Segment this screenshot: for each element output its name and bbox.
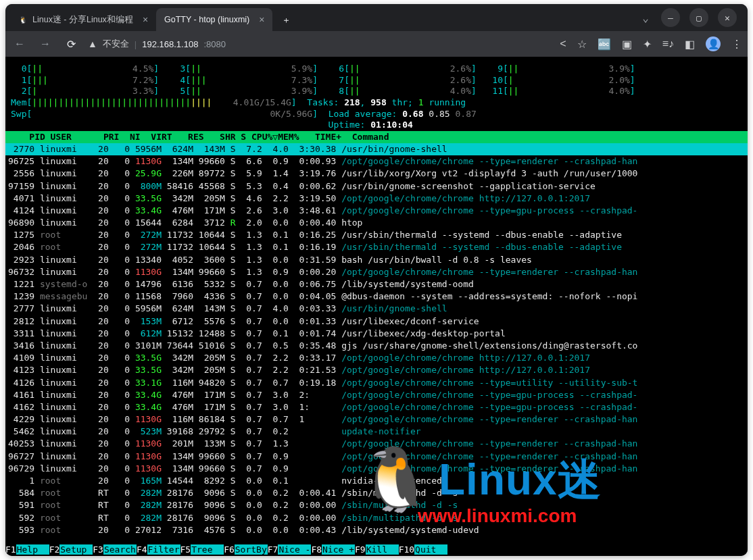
toolbar: ← → ⟳ ▲ 不安全 | 192.168.1.108:8080 < ☆ 🔤 ▣…	[5, 31, 748, 57]
process-row[interactable]: 96890 linuxmi 20 0 15644 6284 3712 R 2.0…	[5, 217, 748, 229]
url-host: 192.168.1.108	[142, 39, 198, 49]
maximize-button[interactable]: ▢	[689, 8, 708, 27]
process-row[interactable]: 2046 root 20 0 272M 11732 10644 S 1.3 0.…	[5, 241, 748, 253]
tab-title: GoTTY - htop (linuxmi)	[164, 15, 249, 24]
process-header: PID USER PRI NI VIRT RES SHR S CPU%▽MEM%…	[5, 131, 748, 143]
function-keys: F1Help F2Setup F3SearchF4FilterF5Tree F6…	[5, 543, 748, 557]
window-controls: ⌄ — ▢ ✕	[642, 8, 744, 31]
process-row[interactable]: 2770 linuxmi 20 0 5956M 624M 143M S 7.2 …	[5, 143, 748, 155]
insecure-icon: ▲	[88, 39, 97, 49]
process-row[interactable]: 592 root RT 0 282M 28176 9096 S 0.0 0.2 …	[5, 512, 748, 524]
tab-title: Linux迷 - 分享Linux和编程	[32, 14, 133, 26]
process-row[interactable]: 2812 linuxmi 20 0 153M 6712 5576 S 0.7 0…	[5, 315, 748, 328]
meters-area: 0[|| 4.5%] 3[|| 5.9%] 6[|| 2.6%] 9[|| 3.…	[5, 59, 748, 131]
process-list[interactable]: 2770 linuxmi 20 0 5956M 624M 143M S 7.2 …	[5, 143, 748, 536]
process-row[interactable]: 96729 linuxmi 20 0 1130G 134M 99660 S 0.…	[5, 463, 748, 475]
process-row[interactable]: 1221 systemd-o 20 0 14796 6136 5332 S 0.…	[5, 278, 748, 290]
avatar[interactable]: 👤	[706, 36, 721, 51]
process-row[interactable]: 2777 linuxmi 20 0 5956M 624M 143M S 0.7 …	[5, 303, 748, 315]
process-row[interactable]: 4229 linuxmi 20 0 1130G 116M 86184 S 0.7…	[5, 413, 748, 426]
process-row[interactable]: 4161 linuxmi 20 0 33.4G 476M 171M S 0.7 …	[5, 389, 748, 401]
new-tab-button[interactable]: ＋	[276, 11, 295, 30]
process-row[interactable]: 591 root RT 0 282M 28176 9096 S 0.0 0.2 …	[5, 499, 748, 511]
process-row[interactable]: 593 root 20 0 27012 7316 4576 S 0.0 0.0 …	[5, 524, 748, 536]
tab-strip: 🐧 Linux迷 - 分享Linux和编程 × GoTTY - htop (li…	[5, 4, 748, 31]
panel-icon[interactable]: ◧	[685, 38, 695, 51]
tab-gotty[interactable]: GoTTY - htop (linuxmi) ×	[156, 8, 272, 31]
process-row[interactable]: 3416 linuxmi 20 0 3101M 73644 51016 S 0.…	[5, 340, 748, 352]
url-port: :8080	[203, 39, 226, 49]
translate-icon[interactable]: 🔤	[598, 38, 611, 51]
extensions-icon[interactable]: ✦	[643, 38, 652, 51]
back-button[interactable]: ←	[11, 38, 28, 50]
process-row[interactable]: 4109 linuxmi 20 0 33.5G 342M 205M S 0.7 …	[5, 352, 748, 364]
cart-icon[interactable]: ▣	[622, 38, 632, 51]
menu-icon[interactable]: ⋮	[731, 38, 742, 51]
forward-button[interactable]: →	[37, 38, 54, 50]
process-row[interactable]: 96732 linuxmi 20 0 1130G 134M 99660 S 1.…	[5, 266, 748, 278]
process-row[interactable]: 1239 messagebu 20 0 11568 7960 4336 S 0.…	[5, 290, 748, 303]
process-row[interactable]: 4123 linuxmi 20 0 33.5G 342M 205M S 0.7 …	[5, 364, 748, 376]
process-row[interactable]: 4162 linuxmi 20 0 33.4G 476M 171M S 0.7 …	[5, 401, 748, 413]
reload-button[interactable]: ⟳	[62, 38, 80, 51]
tux-favicon: 🐧	[18, 14, 28, 25]
process-row[interactable]: 1275 root 20 0 272M 11732 10644 S 1.3 0.…	[5, 229, 748, 241]
minimize-button[interactable]: —	[661, 8, 680, 27]
process-row[interactable]: 2556 linuxmi 20 0 25.9G 226M 89772 S 5.9…	[5, 168, 748, 180]
process-row[interactable]: 97159 linuxmi 20 0 800M 58416 45568 S 5.…	[5, 180, 748, 193]
process-row[interactable]: 1 root 20 0 165M 14544 8292 S 0.0 0.1 nv…	[5, 475, 748, 487]
terminal[interactable]: 0[|| 4.5%] 3[|| 5.9%] 6[|| 2.6%] 9[|| 3.…	[5, 57, 748, 556]
browser-window: 🐧 Linux迷 - 分享Linux和编程 × GoTTY - htop (li…	[5, 4, 748, 556]
reading-list-icon[interactable]: ≡♪	[662, 38, 674, 50]
share-icon[interactable]: <	[560, 38, 566, 50]
process-row[interactable]: 3311 linuxmi 20 0 612M 15132 12488 S 0.7…	[5, 328, 748, 340]
security-text: 不安全	[103, 38, 129, 50]
url-bar[interactable]: ▲ 不安全 | 192.168.1.108:8080	[88, 38, 226, 50]
bookmark-icon[interactable]: ☆	[577, 38, 587, 51]
process-row[interactable]: 2923 linuxmi 20 0 13340 4052 3600 S 1.3 …	[5, 254, 748, 266]
process-row[interactable]: 4126 linuxmi 20 0 33.1G 116M 94820 S 0.7…	[5, 377, 748, 389]
process-row[interactable]: 584 root RT 0 282M 28176 9096 S 0.0 0.2 …	[5, 487, 748, 499]
process-row[interactable]: 40253 linuxmi 20 0 1130G 201M 133M S 0.7…	[5, 438, 748, 450]
toolbar-icons: < ☆ 🔤 ▣ ✦ ≡♪ ◧ 👤 ⋮	[560, 36, 742, 51]
process-row[interactable]: 4071 linuxmi 20 0 33.5G 342M 205M S 4.6 …	[5, 193, 748, 205]
chevron-down-icon[interactable]: ⌄	[642, 11, 649, 24]
process-row[interactable]: 96725 linuxmi 20 0 1130G 134M 99660 S 6.…	[5, 155, 748, 168]
process-row[interactable]: 5462 linuxmi 20 0 523M 39168 29792 S 0.7…	[5, 426, 748, 438]
close-button[interactable]: ✕	[718, 8, 737, 27]
close-icon[interactable]: ×	[259, 14, 264, 25]
process-row[interactable]: 96727 linuxmi 20 0 1130G 134M 99660 S 0.…	[5, 451, 748, 463]
process-row[interactable]: 4124 linuxmi 20 0 33.4G 476M 171M S 2.6 …	[5, 205, 748, 217]
tab-linuxmi[interactable]: 🐧 Linux迷 - 分享Linux和编程 ×	[9, 8, 156, 31]
close-icon[interactable]: ×	[143, 14, 148, 25]
